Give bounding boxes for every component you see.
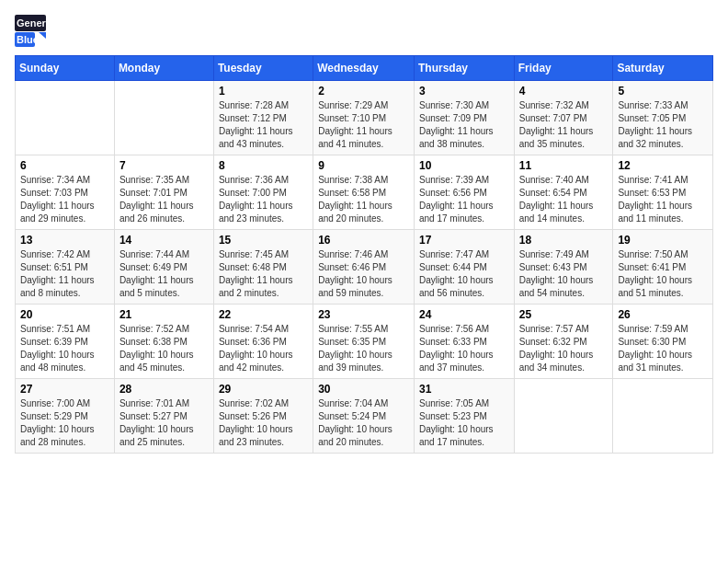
sunset-text: Sunset: 5:26 PM bbox=[219, 411, 287, 421]
day-info: Sunrise: 7:42 AM Sunset: 6:51 PM Dayligh… bbox=[20, 248, 109, 300]
calendar-cell: 15 Sunrise: 7:45 AM Sunset: 6:48 PM Dayl… bbox=[213, 230, 313, 304]
sunset-text: Sunset: 7:01 PM bbox=[119, 188, 188, 198]
sunset-text: Sunset: 6:53 PM bbox=[618, 188, 686, 198]
calendar-week-row: 20 Sunrise: 7:51 AM Sunset: 6:39 PM Dayl… bbox=[16, 304, 713, 379]
calendar-cell bbox=[613, 379, 713, 454]
sunset-text: Sunset: 5:27 PM bbox=[119, 411, 188, 421]
day-number: 7 bbox=[119, 159, 209, 172]
calendar-cell: 30 Sunrise: 7:04 AM Sunset: 5:24 PM Dayl… bbox=[313, 379, 415, 454]
calendar-cell: 13 Sunrise: 7:42 AM Sunset: 6:51 PM Dayl… bbox=[16, 230, 115, 304]
calendar-cell: 17 Sunrise: 7:47 AM Sunset: 6:44 PM Dayl… bbox=[414, 230, 514, 304]
sunrise-text: Sunrise: 7:05 AM bbox=[419, 398, 489, 408]
day-info: Sunrise: 7:47 AM Sunset: 6:44 PM Dayligh… bbox=[419, 248, 509, 300]
logo-svg: General Blue bbox=[15, 15, 61, 48]
sunrise-text: Sunrise: 7:33 AM bbox=[618, 100, 688, 110]
day-info: Sunrise: 7:59 AM Sunset: 6:30 PM Dayligh… bbox=[618, 323, 708, 374]
sunset-text: Sunset: 6:38 PM bbox=[119, 337, 188, 347]
day-info: Sunrise: 7:04 AM Sunset: 5:24 PM Dayligh… bbox=[318, 397, 409, 449]
sunrise-text: Sunrise: 7:56 AM bbox=[419, 324, 489, 334]
sunrise-text: Sunrise: 7:28 AM bbox=[219, 100, 289, 110]
day-number: 19 bbox=[618, 234, 708, 247]
calendar-week-row: 13 Sunrise: 7:42 AM Sunset: 6:51 PM Dayl… bbox=[16, 230, 713, 304]
day-number: 24 bbox=[419, 308, 509, 321]
daylight-text: Daylight: 10 hours and 28 minutes. bbox=[20, 424, 95, 447]
sunrise-text: Sunrise: 7:01 AM bbox=[119, 398, 189, 408]
logo: General Blue bbox=[15, 15, 61, 48]
sunset-text: Sunset: 6:44 PM bbox=[419, 262, 487, 272]
daylight-text: Daylight: 10 hours and 59 minutes. bbox=[318, 275, 392, 298]
sunset-text: Sunset: 6:51 PM bbox=[20, 262, 88, 272]
sunrise-text: Sunrise: 7:55 AM bbox=[318, 324, 388, 334]
day-number: 5 bbox=[618, 85, 708, 98]
daylight-text: Daylight: 10 hours and 37 minutes. bbox=[419, 350, 494, 373]
sunset-text: Sunset: 6:58 PM bbox=[318, 188, 386, 198]
day-number: 8 bbox=[219, 159, 308, 172]
day-number: 20 bbox=[20, 308, 109, 321]
day-info: Sunrise: 7:00 AM Sunset: 5:29 PM Dayligh… bbox=[20, 397, 109, 449]
day-number: 18 bbox=[519, 234, 609, 247]
daylight-text: Daylight: 11 hours and 5 minutes. bbox=[119, 275, 194, 298]
calendar-cell: 10 Sunrise: 7:39 AM Sunset: 6:56 PM Dayl… bbox=[414, 155, 514, 230]
calendar-week-row: 6 Sunrise: 7:34 AM Sunset: 7:03 PM Dayli… bbox=[16, 155, 713, 230]
sunset-text: Sunset: 6:48 PM bbox=[219, 262, 287, 272]
calendar-cell: 18 Sunrise: 7:49 AM Sunset: 6:43 PM Dayl… bbox=[514, 230, 613, 304]
sunrise-text: Sunrise: 7:49 AM bbox=[519, 249, 589, 259]
sunrise-text: Sunrise: 7:00 AM bbox=[20, 398, 90, 408]
calendar-cell: 21 Sunrise: 7:52 AM Sunset: 6:38 PM Dayl… bbox=[114, 304, 213, 379]
day-number: 12 bbox=[618, 159, 708, 172]
day-number: 11 bbox=[519, 159, 609, 172]
sunset-text: Sunset: 6:32 PM bbox=[519, 337, 587, 347]
sunset-text: Sunset: 6:30 PM bbox=[618, 337, 686, 347]
day-info: Sunrise: 7:45 AM Sunset: 6:48 PM Dayligh… bbox=[219, 248, 308, 300]
calendar-cell bbox=[114, 81, 213, 155]
calendar-cell: 29 Sunrise: 7:02 AM Sunset: 5:26 PM Dayl… bbox=[213, 379, 313, 454]
sunset-text: Sunset: 6:39 PM bbox=[20, 337, 88, 347]
daylight-text: Daylight: 10 hours and 42 minutes. bbox=[219, 350, 293, 373]
calendar-cell: 20 Sunrise: 7:51 AM Sunset: 6:39 PM Dayl… bbox=[16, 304, 115, 379]
daylight-text: Daylight: 11 hours and 32 minutes. bbox=[618, 126, 692, 149]
daylight-text: Daylight: 11 hours and 26 minutes. bbox=[119, 201, 194, 224]
day-info: Sunrise: 7:28 AM Sunset: 7:12 PM Dayligh… bbox=[219, 99, 308, 151]
sunrise-text: Sunrise: 7:34 AM bbox=[20, 175, 90, 185]
daylight-text: Daylight: 11 hours and 14 minutes. bbox=[519, 201, 594, 224]
calendar-cell: 1 Sunrise: 7:28 AM Sunset: 7:12 PM Dayli… bbox=[213, 81, 313, 155]
sunset-text: Sunset: 6:41 PM bbox=[618, 262, 686, 272]
calendar-cell: 7 Sunrise: 7:35 AM Sunset: 7:01 PM Dayli… bbox=[114, 155, 213, 230]
calendar-cell: 5 Sunrise: 7:33 AM Sunset: 7:05 PM Dayli… bbox=[613, 81, 713, 155]
weekday-header: Tuesday bbox=[213, 56, 313, 81]
sunrise-text: Sunrise: 7:50 AM bbox=[618, 249, 688, 259]
daylight-text: Daylight: 11 hours and 2 minutes. bbox=[219, 275, 293, 298]
calendar-cell bbox=[16, 81, 115, 155]
day-number: 6 bbox=[20, 159, 109, 172]
day-number: 22 bbox=[219, 308, 308, 321]
sunset-text: Sunset: 5:23 PM bbox=[419, 411, 487, 421]
calendar-cell: 11 Sunrise: 7:40 AM Sunset: 6:54 PM Dayl… bbox=[514, 155, 613, 230]
calendar-cell: 22 Sunrise: 7:54 AM Sunset: 6:36 PM Dayl… bbox=[213, 304, 313, 379]
day-number: 26 bbox=[618, 308, 708, 321]
weekday-header: Thursday bbox=[414, 56, 514, 81]
day-info: Sunrise: 7:49 AM Sunset: 6:43 PM Dayligh… bbox=[519, 248, 609, 300]
calendar-cell: 12 Sunrise: 7:41 AM Sunset: 6:53 PM Dayl… bbox=[613, 155, 713, 230]
sunrise-text: Sunrise: 7:52 AM bbox=[119, 324, 189, 334]
day-number: 23 bbox=[318, 308, 409, 321]
daylight-text: Daylight: 10 hours and 23 minutes. bbox=[219, 424, 293, 447]
sunset-text: Sunset: 6:49 PM bbox=[119, 262, 188, 272]
calendar-cell: 8 Sunrise: 7:36 AM Sunset: 7:00 PM Dayli… bbox=[213, 155, 313, 230]
sunset-text: Sunset: 6:36 PM bbox=[219, 337, 287, 347]
sunset-text: Sunset: 7:10 PM bbox=[318, 113, 386, 123]
sunset-text: Sunset: 5:29 PM bbox=[20, 411, 88, 421]
day-info: Sunrise: 7:50 AM Sunset: 6:41 PM Dayligh… bbox=[618, 248, 708, 300]
day-info: Sunrise: 7:30 AM Sunset: 7:09 PM Dayligh… bbox=[419, 99, 509, 151]
sunrise-text: Sunrise: 7:39 AM bbox=[419, 175, 489, 185]
sunrise-text: Sunrise: 7:54 AM bbox=[219, 324, 289, 334]
day-info: Sunrise: 7:57 AM Sunset: 6:32 PM Dayligh… bbox=[519, 323, 609, 374]
calendar-cell: 27 Sunrise: 7:00 AM Sunset: 5:29 PM Dayl… bbox=[16, 379, 115, 454]
weekday-header: Monday bbox=[114, 56, 213, 81]
daylight-text: Daylight: 10 hours and 45 minutes. bbox=[119, 350, 194, 373]
day-info: Sunrise: 7:54 AM Sunset: 6:36 PM Dayligh… bbox=[219, 323, 308, 374]
calendar-cell: 14 Sunrise: 7:44 AM Sunset: 6:49 PM Dayl… bbox=[114, 230, 213, 304]
weekday-header-row: SundayMondayTuesdayWednesdayThursdayFrid… bbox=[16, 56, 713, 81]
sunrise-text: Sunrise: 7:51 AM bbox=[20, 324, 90, 334]
sunrise-text: Sunrise: 7:45 AM bbox=[219, 249, 289, 259]
daylight-text: Daylight: 11 hours and 8 minutes. bbox=[20, 275, 95, 298]
